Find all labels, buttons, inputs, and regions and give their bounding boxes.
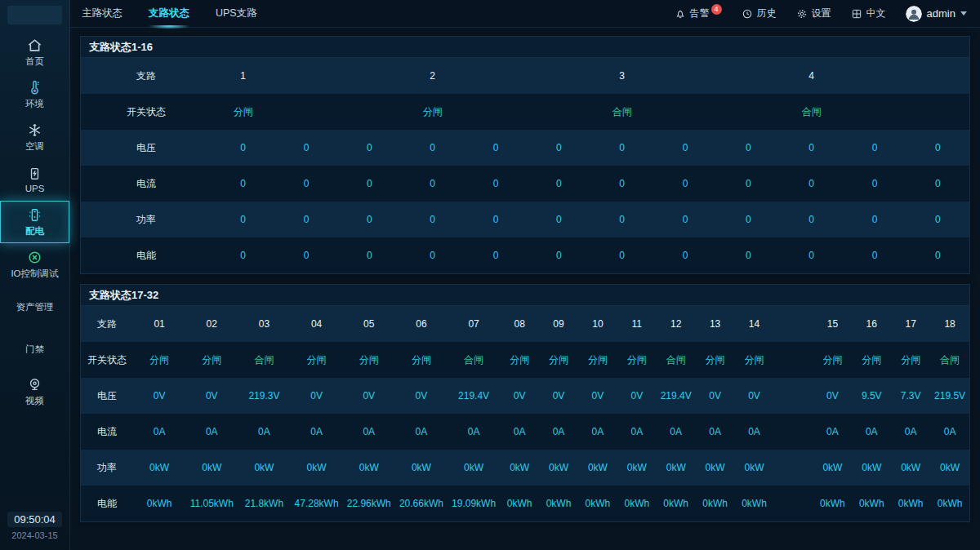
sidebar-item-label: IO控制调试 — [11, 268, 58, 280]
power-cabinet-icon — [27, 207, 42, 223]
branch-id: 06 — [395, 318, 448, 330]
power-value: 0 — [274, 214, 337, 225]
switch-state: 分闸 — [852, 353, 891, 367]
switch-state: 合闸 — [238, 353, 290, 367]
sidebar-item-label: 视频 — [25, 395, 44, 407]
language-button[interactable]: 中文 — [851, 7, 886, 20]
home-icon — [27, 38, 42, 53]
current-value: 0 — [401, 178, 464, 189]
current-value: 0A — [852, 426, 891, 437]
voltage-value: 0V — [291, 390, 343, 401]
voltage-value: 0 — [843, 142, 906, 153]
energy-value: 0kWh — [735, 498, 774, 509]
branch-id: 12 — [657, 318, 696, 330]
tab-ups-branch[interactable]: UPS支路 — [214, 0, 259, 28]
sidebar-item-home[interactable]: 首页 — [0, 31, 69, 73]
current-value: 0A — [539, 426, 578, 437]
row-label: 电压 — [81, 389, 133, 403]
topbar: 主路状态 支路状态 UPS支路 告警 4 历史 设置 中文 admin — [70, 0, 980, 28]
energy-value: 0 — [212, 250, 274, 261]
energy-value: 0kWh — [696, 498, 735, 509]
energy-value: 0 — [780, 250, 843, 261]
row-label: 电能 — [81, 249, 212, 263]
tab-branch-status[interactable]: 支路状态 — [147, 0, 191, 28]
row-label: 开关状态 — [81, 105, 212, 119]
switch-state: 分闸 — [539, 353, 578, 367]
branch-id: 05 — [343, 318, 395, 330]
current-value: 0A — [813, 426, 852, 437]
voltage-value: 0 — [464, 142, 527, 153]
voltage-value: 0 — [401, 142, 464, 153]
power-value: 0 — [780, 214, 843, 225]
switch-state: 分闸 — [696, 353, 735, 367]
current-value: 0 — [653, 178, 716, 189]
language-icon — [851, 8, 862, 20]
sidebar-item-video[interactable]: 视频 — [0, 370, 69, 413]
language-label: 中文 — [866, 7, 886, 20]
sidebar-item-power[interactable]: 配电 — [0, 201, 69, 243]
sidebar-item-ups[interactable]: UPS — [0, 158, 69, 201]
current-value: 0A — [930, 426, 969, 437]
power-value: 0kW — [735, 462, 774, 473]
energy-value: 0kWh — [578, 498, 617, 509]
power-value: 0kW — [500, 462, 539, 473]
alarm-button[interactable]: 告警 4 — [675, 7, 722, 20]
switch-state: 分闸 — [578, 353, 617, 367]
history-button[interactable]: 历史 — [742, 7, 777, 20]
voltage-value: 0 — [590, 142, 653, 153]
power-value: 0kW — [395, 462, 448, 473]
switch-state: 分闸 — [401, 105, 464, 119]
energy-value: 0 — [338, 250, 401, 261]
branch-id: 4 — [780, 70, 843, 82]
current-value: 0 — [590, 178, 653, 189]
energy-value: 22.96kWh — [343, 498, 395, 509]
table-row: 支路010203040506070809101112131415161718 — [81, 306, 969, 342]
power-value: 0 — [464, 214, 527, 225]
sidebar-item-io-debug[interactable]: IO控制调试 — [0, 243, 69, 286]
sidebar-item-assets[interactable]: 资产管理 — [0, 286, 69, 328]
sidebar-item-hvac[interactable]: 空调 — [0, 116, 69, 158]
switch-state: 分闸 — [735, 353, 774, 367]
voltage-value: 219.3V — [238, 390, 290, 401]
voltage-value: 0 — [338, 142, 401, 153]
current-value: 0 — [338, 178, 401, 189]
sidebar-item-label: 环境 — [25, 98, 44, 110]
voltage-value: 0 — [717, 142, 780, 153]
sidebar-item-environment[interactable]: 环境 — [0, 73, 69, 116]
energy-value: 47.28kWh — [291, 498, 343, 509]
panel-branch-status-1-16: 支路状态1-16 支路1234开关状态分闸分闸合闸合闸电压00000000000… — [80, 36, 970, 274]
energy-value: 0kWh — [891, 498, 930, 509]
energy-value: 0kWh — [930, 498, 969, 509]
voltage-value: 0V — [500, 390, 539, 401]
io-debug-icon — [27, 250, 42, 265]
power-value: 0 — [528, 214, 590, 225]
logo — [7, 6, 62, 24]
settings-button[interactable]: 设置 — [796, 7, 831, 20]
current-value: 0 — [528, 178, 590, 189]
user-menu[interactable]: admin — [906, 6, 967, 22]
table-row: 开关状态分闸分闸合闸合闸 — [81, 94, 969, 130]
energy-value: 11.05kWh — [185, 498, 238, 509]
branch-id: 03 — [238, 318, 290, 330]
energy-value: 20.66kWh — [395, 498, 448, 509]
sidebar: 首页环境空调UPS配电IO控制调试资产管理门禁视频 09:50:04 2024-… — [0, 0, 70, 550]
sidebar-item-access[interactable]: 门禁 — [0, 328, 69, 370]
power-value: 0 — [906, 214, 969, 225]
main-content: 支路状态1-16 支路1234开关状态分闸分闸合闸合闸电压00000000000… — [70, 28, 980, 550]
user-name: admin — [927, 7, 956, 20]
switch-state: 分闸 — [133, 353, 185, 367]
power-value: 0kW — [539, 462, 578, 473]
voltage-value: 219.4V — [657, 390, 696, 401]
current-value: 0A — [891, 426, 930, 437]
tab-main-circuit-status[interactable]: 主路状态 — [80, 0, 124, 28]
switch-state: 合闸 — [780, 105, 843, 119]
table-row: 电流000000000000 — [81, 166, 969, 202]
voltage-value: 0V — [735, 390, 774, 401]
current-value: 0A — [578, 426, 617, 437]
row-label: 支路 — [81, 69, 212, 83]
power-value: 0 — [717, 214, 780, 225]
power-value: 0kW — [930, 462, 969, 473]
voltage-value: 219.5V — [930, 390, 969, 401]
branch-id: 04 — [291, 318, 343, 330]
voltage-value: 0 — [528, 142, 590, 153]
